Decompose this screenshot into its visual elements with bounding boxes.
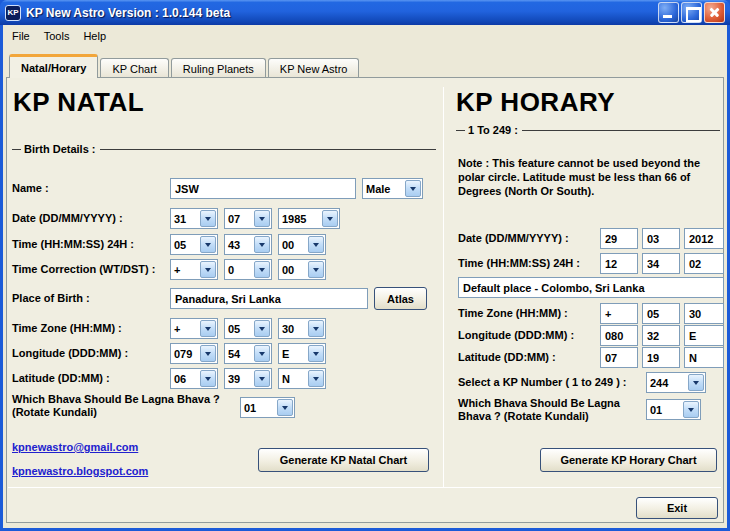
- horary-zone-label: Time Zone (HH:MM) :: [458, 307, 568, 319]
- horary-kp-number-select[interactable]: 244: [646, 372, 706, 393]
- tab-kp-chart[interactable]: KP Chart: [100, 58, 168, 78]
- natal-heading: KP NATAL: [13, 87, 144, 118]
- birth-details-text: Birth Details :: [24, 143, 96, 155]
- natal-date-year-select[interactable]: 1985: [278, 208, 340, 229]
- horary-bhava-select[interactable]: 01: [646, 399, 701, 420]
- natal-name-input[interactable]: JSW: [170, 178, 356, 199]
- combo-value: 43: [225, 235, 253, 254]
- menu-bar: File Tools Help: [3, 25, 727, 47]
- natal-latitude-degrees-select[interactable]: 06: [170, 368, 218, 389]
- horary-zone-hours-input[interactable]: 05: [642, 303, 680, 324]
- natal-correction-label: Time Correction (WT/DST) :: [12, 263, 155, 275]
- minimize-button[interactable]: [658, 2, 679, 23]
- panel-divider-vertical: [443, 87, 444, 487]
- horary-kp-number-label: Select a KP Number ( 1 to 249 ) :: [458, 376, 627, 388]
- horary-date-label: Date (DD/MM/YYYY) :: [458, 232, 569, 244]
- combo-value: 01: [241, 398, 276, 417]
- chevron-down-icon: [200, 345, 216, 362]
- horary-date-month-input[interactable]: 03: [642, 228, 680, 249]
- natal-correction-minutes-select[interactable]: 00: [278, 259, 326, 280]
- menu-item-file[interactable]: File: [6, 27, 38, 45]
- combo-value: 01: [647, 400, 682, 419]
- natal-longitude-label: Longitude (DDD:MM) :: [12, 347, 128, 359]
- combo-value: 0: [225, 260, 253, 279]
- natal-place-input[interactable]: Panadura, Sri Lanka: [170, 288, 368, 309]
- horary-longitude-direction-input[interactable]: E: [684, 325, 724, 346]
- natal-latitude-minutes-select[interactable]: 39: [224, 368, 272, 389]
- natal-date-month-select[interactable]: 07: [224, 208, 272, 229]
- horary-date-day-input[interactable]: 29: [600, 228, 638, 249]
- horary-zone-minutes-input[interactable]: 30: [684, 303, 724, 324]
- natal-time-second-select[interactable]: 00: [278, 234, 326, 255]
- window-body: File Tools Help Natal/Horary KP Chart Ru…: [3, 25, 727, 528]
- combo-value: 39: [225, 369, 253, 388]
- horary-zone-sign-input[interactable]: +: [600, 303, 638, 324]
- horary-date-year-input[interactable]: 2012: [684, 228, 724, 249]
- generate-horary-button[interactable]: Generate KP Horary Chart: [540, 448, 717, 472]
- natal-zone-sign-select[interactable]: +: [170, 318, 218, 339]
- close-button[interactable]: [704, 2, 725, 23]
- tab-natal-horary[interactable]: Natal/Horary: [9, 54, 98, 78]
- natal-date-day-select[interactable]: 31: [170, 208, 218, 229]
- combo-value: 00: [279, 235, 307, 254]
- atlas-button[interactable]: Atlas: [374, 287, 427, 310]
- natal-time-hour-select[interactable]: 05: [170, 234, 218, 255]
- horary-time-second-input[interactable]: 02: [684, 253, 724, 274]
- horary-latitude-minutes-input[interactable]: 19: [642, 347, 680, 368]
- horary-time-hour-input[interactable]: 12: [600, 253, 638, 274]
- tab-ruling-planets[interactable]: Ruling Planets: [171, 58, 266, 78]
- menu-item-help[interactable]: Help: [77, 27, 114, 45]
- combo-value: 06: [171, 369, 199, 388]
- horary-note: Note : This feature cannot be used beyon…: [458, 156, 724, 198]
- chevron-down-icon: [254, 236, 270, 253]
- combo-value: 31: [171, 209, 199, 228]
- chevron-down-icon: [200, 210, 216, 227]
- natal-latitude-label: Latitude (DD:MM) :: [12, 372, 110, 384]
- title-bar: KP KP New Astro Version : 1.0.144 beta: [0, 0, 730, 25]
- chevron-down-icon: [254, 210, 270, 227]
- horary-latitude-degrees-input[interactable]: 07: [600, 347, 638, 368]
- chevron-down-icon: [308, 236, 324, 253]
- natal-time-minute-select[interactable]: 43: [224, 234, 272, 255]
- horary-latitude-label: Latitude (DD:MM) :: [458, 351, 556, 363]
- horary-latitude-direction-input[interactable]: N: [684, 347, 724, 368]
- horary-place-input[interactable]: Default place - Colombo, Sri Lanka: [458, 277, 724, 298]
- natal-zone-minutes-select[interactable]: 30: [278, 318, 326, 339]
- horary-range-text: 1 To 249 :: [468, 124, 518, 136]
- chevron-down-icon: [308, 261, 324, 278]
- natal-correction-hours-select[interactable]: 0: [224, 259, 272, 280]
- horary-longitude-label: Longitude (DDD:MM) :: [458, 329, 574, 341]
- chevron-down-icon: [200, 236, 216, 253]
- maximize-button[interactable]: [681, 2, 702, 23]
- combo-value: 54: [225, 344, 253, 363]
- tab-kp-new-astro[interactable]: KP New Astro: [268, 58, 360, 78]
- natal-correction-sign-select[interactable]: +: [170, 259, 218, 280]
- natal-gender-select[interactable]: Male: [362, 178, 423, 199]
- app-icon: KP: [5, 5, 21, 21]
- chevron-down-icon: [254, 370, 270, 387]
- chevron-down-icon: [200, 320, 216, 337]
- combo-value: E: [279, 344, 307, 363]
- natal-zone-hours-select[interactable]: 05: [224, 318, 272, 339]
- horary-heading: KP HORARY: [456, 87, 615, 118]
- email-link[interactable]: kpnewastro@gmail.com: [12, 441, 138, 453]
- horary-time-minute-input[interactable]: 34: [642, 253, 680, 274]
- natal-zone-label: Time Zone (HH:MM) :: [12, 322, 122, 334]
- exit-button[interactable]: Exit: [636, 497, 718, 519]
- footer-divider: [8, 487, 721, 488]
- combo-value: N: [279, 369, 307, 388]
- natal-bhava-select[interactable]: 01: [240, 397, 295, 418]
- natal-time-label: Time (HH:MM:SS) 24H :: [12, 238, 134, 250]
- blog-link[interactable]: kpnewastro.blogspot.com: [12, 465, 148, 477]
- generate-natal-button[interactable]: Generate KP Natal Chart: [258, 448, 429, 472]
- horary-longitude-minutes-input[interactable]: 32: [642, 325, 680, 346]
- chevron-down-icon: [688, 374, 704, 391]
- natal-latitude-direction-select[interactable]: N: [278, 368, 326, 389]
- menu-item-tools[interactable]: Tools: [38, 27, 78, 45]
- natal-longitude-minutes-select[interactable]: 54: [224, 343, 272, 364]
- combo-value: 079: [171, 344, 199, 363]
- natal-longitude-direction-select[interactable]: E: [278, 343, 326, 364]
- tab-strip: Natal/Horary KP Chart Ruling Planets KP …: [9, 54, 361, 78]
- natal-longitude-degrees-select[interactable]: 079: [170, 343, 218, 364]
- horary-longitude-degrees-input[interactable]: 080: [600, 325, 638, 346]
